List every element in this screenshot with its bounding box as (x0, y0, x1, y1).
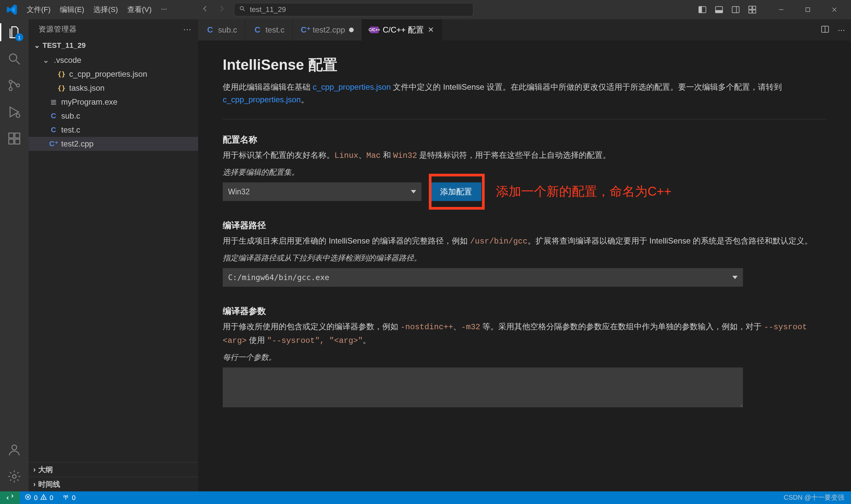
code-text: /usr/bin/gcc (470, 237, 528, 246)
code-text: Linux (334, 151, 358, 160)
nav-back-icon[interactable] (201, 4, 209, 15)
file-sub-c[interactable]: C sub.c (29, 109, 198, 123)
svg-rect-7 (749, 6, 752, 9)
svg-point-22 (12, 445, 17, 450)
file-myprogram-exe[interactable]: ≣ myProgram.exe (29, 95, 198, 109)
folder-vscode[interactable]: ⌄ .vscode (29, 53, 198, 67)
folder-label: .vscode (54, 55, 82, 65)
split-editor-icon[interactable] (820, 24, 830, 35)
menu-bar: 文件(F) 编辑(E) 选择(S) 查看(V) ··· (23, 3, 171, 17)
sidebar-project-name: TEST_11_29 (42, 41, 86, 50)
link-c-cpp-properties-2[interactable]: c_cpp_properties.json (223, 95, 301, 104)
chevron-right-icon: › (33, 480, 36, 489)
search-icon (239, 5, 246, 14)
text: 使用 (247, 336, 267, 344)
activity-run-icon[interactable] (6, 104, 23, 120)
warning-count: 0 (50, 494, 53, 502)
command-center[interactable]: test_11_29 (234, 3, 473, 16)
remote-indicator-icon[interactable] (0, 491, 20, 504)
activity-extensions-icon[interactable] (6, 130, 23, 147)
sidebar-title: 资源管理器 (39, 24, 77, 34)
text: 使用此编辑器编辑在基础 (223, 83, 313, 91)
status-problems[interactable]: 0 0 (20, 494, 58, 502)
status-ports[interactable]: 0 (58, 494, 80, 502)
sidebar-timeline-panel[interactable]: › 时间线 (29, 477, 198, 491)
annotation-text: 添加一个新的配置，命名为C++ (496, 183, 672, 200)
svg-rect-20 (15, 139, 20, 144)
tab-test-c[interactable]: C test.c (245, 19, 292, 40)
config-name-select[interactable]: Win32 (223, 182, 422, 201)
customize-layout-icon[interactable] (747, 5, 757, 15)
menu-more[interactable]: ··· (157, 3, 171, 17)
tab-test2-cpp[interactable]: C⁺ test2.cpp (293, 19, 362, 40)
activity-explorer-icon[interactable]: 1 (6, 24, 23, 40)
page-intro: 使用此编辑器编辑在基础 c_cpp_properties.json 文件中定义的… (223, 81, 827, 106)
window-close-icon[interactable] (821, 0, 848, 19)
sidebar-project-header[interactable]: ⌄ TEST_11_29 (29, 39, 198, 52)
tab-c-cpp-config[interactable]: C/C++ C/C++ 配置 ✕ (362, 19, 442, 40)
file-test-c[interactable]: C test.c (29, 123, 198, 137)
text: 、 (358, 150, 366, 160)
activity-scm-icon[interactable] (6, 77, 23, 94)
tab-label: sub.c (218, 25, 237, 35)
sidebar-outline-panel[interactable]: › 大纲 (29, 462, 198, 477)
text: 用于生成项目来启用更准确的 IntelliSense 的编译器的完整路径，例如 (223, 236, 470, 245)
activity-settings-icon[interactable] (6, 468, 23, 485)
dirty-indicator-icon (349, 28, 354, 32)
nav-forward-icon[interactable] (217, 4, 226, 15)
link-c-cpp-properties[interactable]: c_cpp_properties.json (313, 83, 391, 91)
code-text: -nostdinc++ (401, 323, 453, 331)
svg-rect-4 (716, 10, 723, 13)
close-icon[interactable]: ✕ (428, 25, 434, 34)
compiler-path-input[interactable] (223, 268, 743, 287)
svg-point-23 (13, 475, 16, 479)
window-minimize-icon[interactable] (768, 0, 795, 19)
activity-accounts-icon[interactable] (6, 442, 23, 458)
activity-search-icon[interactable] (6, 51, 23, 67)
chevron-down-icon: ⌄ (33, 41, 40, 50)
menu-edit[interactable]: 编辑(E) (56, 3, 88, 17)
more-actions-icon[interactable]: ··· (838, 25, 845, 35)
section-title: 编译器参数 (223, 305, 827, 317)
window-maximize-icon[interactable] (795, 0, 821, 19)
file-test2-cpp[interactable]: C⁺ test2.cpp (29, 137, 198, 151)
text: 等。采用其他空格分隔参数的参数应在数组中作为单独的参数输入，例如，对于 (480, 322, 764, 331)
add-config-button[interactable]: 添加配置 (431, 182, 481, 201)
c-file-icon: C (253, 25, 261, 35)
menu-select[interactable]: 选择(S) (89, 3, 122, 17)
file-c-cpp-properties[interactable]: {} c_cpp_properties.json (29, 67, 198, 81)
svg-point-16 (16, 84, 19, 87)
layout-primary-side-icon[interactable] (697, 5, 707, 15)
panel-label: 时间线 (38, 480, 60, 489)
divider (223, 119, 827, 119)
section-desc: 用于标识某个配置的友好名称。Linux、Mac 和 Win32 是特殊标识符，用… (223, 149, 827, 162)
layout-secondary-side-icon[interactable] (731, 5, 741, 15)
section-hint: 指定编译器路径或从下拉列表中选择检测到的编译器路径。 (223, 252, 827, 264)
title-bar: 文件(F) 编辑(E) 选择(S) 查看(V) ··· test_11_29 (0, 0, 851, 19)
svg-rect-21 (15, 133, 20, 138)
svg-rect-9 (749, 10, 752, 13)
menu-file[interactable]: 文件(F) (23, 3, 54, 17)
chevron-right-icon: › (33, 466, 36, 474)
layout-panel-icon[interactable] (714, 5, 724, 15)
text: 是特殊标识符，用于将在这些平台上自动选择的配置。 (417, 150, 611, 160)
error-icon (24, 494, 31, 502)
json-file-icon: {} (57, 84, 66, 92)
compiler-args-textarea[interactable] (223, 367, 743, 407)
text: 用于标识某个配置的友好名称。 (223, 150, 334, 160)
radio-tower-icon (63, 494, 69, 502)
code-text: "--sysroot", "<arg>" (267, 336, 363, 345)
menu-view[interactable]: 查看(V) (123, 3, 156, 17)
ports-count: 0 (72, 494, 75, 502)
command-center-text: test_11_29 (250, 5, 286, 14)
svg-rect-10 (752, 10, 756, 13)
cpp-extension-icon: C/C++ (370, 26, 379, 33)
file-tasks-json[interactable]: {} tasks.json (29, 81, 198, 95)
file-tree: ⌄ .vscode {} c_cpp_properties.json {} ta… (29, 52, 198, 154)
tab-sub-c[interactable]: C sub.c (198, 19, 245, 40)
tab-label: test.c (265, 25, 284, 35)
vscode-logo-icon (6, 4, 18, 16)
code-text: -m32 (461, 323, 480, 331)
text: 。 (301, 95, 309, 104)
sidebar-more-icon[interactable]: ··· (183, 24, 192, 35)
